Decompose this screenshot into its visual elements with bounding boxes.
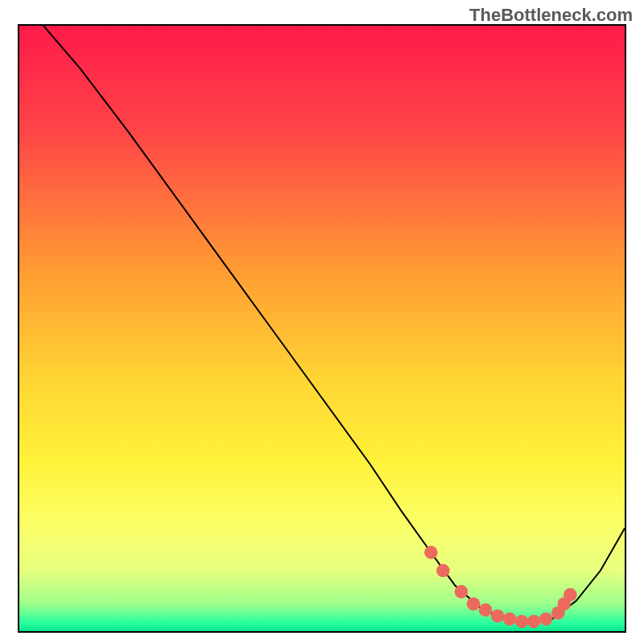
optimal-range-dots [19,26,625,631]
svg-point-6 [491,609,505,623]
svg-point-4 [467,597,481,611]
watermark-text: TheBottleneck.com [469,5,633,26]
svg-point-13 [564,588,577,602]
svg-point-2 [436,564,450,578]
svg-point-5 [479,603,493,617]
svg-point-7 [503,613,517,626]
svg-point-3 [455,585,469,599]
svg-point-8 [515,615,529,629]
svg-point-1 [424,546,438,559]
svg-point-10 [539,613,553,626]
svg-point-9 [527,615,541,629]
chart-plot-area [18,24,626,633]
